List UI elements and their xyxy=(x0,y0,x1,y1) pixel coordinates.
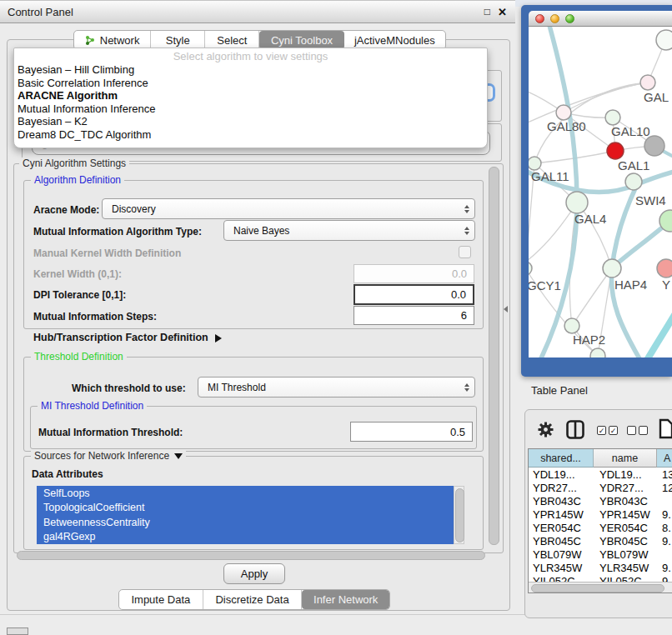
hide-columns-icon[interactable] xyxy=(627,426,648,435)
dpi-tolerance-value: 0.0 xyxy=(451,288,466,301)
mi-threshold-field[interactable]: 0.5 xyxy=(350,422,473,442)
tab-style[interactable]: Style xyxy=(151,31,205,49)
dpi-tolerance-field[interactable]: 0.0 xyxy=(354,284,474,305)
combo-stepper-icon xyxy=(464,383,469,392)
close-panel-icon[interactable]: ✕ xyxy=(498,6,507,18)
network-node[interactable] xyxy=(656,30,672,50)
sources-collapse-arrow-icon[interactable] xyxy=(174,453,183,459)
hub-definition-label: Hub/Transcription Factor Definition xyxy=(33,332,208,343)
algorithm-option[interactable]: Dream8 DC_TDC Algorithm xyxy=(14,128,487,142)
attribute-item[interactable]: BetweennessCentrality xyxy=(37,515,454,530)
attributes-scrollbar[interactable] xyxy=(455,488,464,542)
table-horizontal-scrollbar[interactable] xyxy=(531,584,664,592)
tab-network[interactable]: Network xyxy=(74,31,151,49)
node-label-y-cut: Y xyxy=(662,278,670,292)
zoom-window-icon[interactable] xyxy=(565,14,574,23)
apply-button[interactable]: Apply xyxy=(223,563,285,584)
table-row[interactable]: YBR045CYBR045C9. xyxy=(529,534,672,548)
gear-icon[interactable] xyxy=(537,421,554,438)
network-node-gcy1[interactable] xyxy=(529,262,532,275)
tab-infer-network[interactable]: Infer Network xyxy=(302,590,389,609)
minimize-window-icon[interactable] xyxy=(550,14,559,23)
algorithm-option[interactable]: Bayesian – Hill Climbing xyxy=(14,63,487,77)
settings-vertical-scrollbar[interactable] xyxy=(489,167,499,545)
column-header-name[interactable]: name xyxy=(594,449,657,468)
table-row[interactable]: YDR27...YDR27...12 xyxy=(529,481,672,494)
tab-jactivemnodules[interactable]: jActiveMNodules xyxy=(344,31,445,49)
bottom-left-partial-button[interactable] xyxy=(7,628,28,635)
algorithm-option[interactable]: Bayesian – K2 xyxy=(14,115,487,128)
network-node-hap2[interactable] xyxy=(564,318,579,333)
tab-infer-network-label: Infer Network xyxy=(313,593,378,606)
network-node-salmon[interactable] xyxy=(657,259,672,278)
control-panel-titlebar: Control Panel □ ✕ xyxy=(0,0,515,23)
algorithm-option-selected[interactable]: ARACNE Algorithm xyxy=(14,89,487,102)
tab-cyni-toolbox[interactable]: Cyni Toolbox xyxy=(259,31,344,49)
attribute-item[interactable]: gal4RGexp xyxy=(37,530,454,545)
manual-kernel-width-label: Manual Kernel Width Definition xyxy=(33,248,181,259)
show-columns-icon[interactable]: ✓ ✓ xyxy=(597,426,618,435)
kernel-width-field: 0.0 xyxy=(354,264,474,283)
table-row[interactable]: YBL079WYBL079W xyxy=(529,548,672,561)
apply-button-label: Apply xyxy=(241,568,268,580)
table-row[interactable]: YLR345WYLR345W9. xyxy=(529,561,672,574)
table-hscroll-track xyxy=(529,582,672,592)
network-node-gray[interactable] xyxy=(644,136,664,156)
table-row[interactable]: YER054CYER054C8. xyxy=(529,521,672,534)
combo-stepper-icon xyxy=(464,205,469,213)
node-label-swi4: SWI4 xyxy=(635,193,666,208)
attribute-item[interactable]: SelfLoops xyxy=(37,486,454,501)
node-table: shared... name A YDL19...YDL19...13 YDR2… xyxy=(528,448,672,593)
tab-discretize-data[interactable]: Discretize Data xyxy=(203,590,303,609)
mi-steps-label: Mutual Information Steps: xyxy=(33,311,157,322)
tab-network-label: Network xyxy=(100,34,140,47)
network-node-hap4[interactable] xyxy=(603,259,621,278)
attribute-item[interactable]: TopologicalCoefficient xyxy=(37,501,454,516)
network-node-gal80[interactable] xyxy=(556,105,571,120)
aracne-mode-combo[interactable]: Discovery xyxy=(102,198,475,219)
node-label-gal1: GAL1 xyxy=(618,158,649,172)
algorithm-option[interactable]: Mutual Information Inference xyxy=(14,102,487,116)
mi-algorithm-type-combo[interactable]: Naive Bayes xyxy=(223,220,475,241)
column-header-partial[interactable]: A xyxy=(657,449,672,468)
table-header-row: shared... name A xyxy=(529,449,672,468)
tab-discretize-data-label: Discretize Data xyxy=(215,593,288,606)
network-view[interactable]: GAL80 GAL10 GAL1 GAL11 SWI4 GAL4 GCY1 HA… xyxy=(529,27,672,358)
network-edge xyxy=(572,268,612,326)
attributes-scrollbar-track xyxy=(454,486,464,544)
panel-collapse-arrow-icon[interactable] xyxy=(504,306,508,312)
hub-definition-toggle[interactable]: Hub/Transcription Factor Definition xyxy=(33,332,222,343)
network-node-gal[interactable] xyxy=(640,75,655,90)
network-edge xyxy=(540,27,577,358)
table-row[interactable]: YDL19...YDL19...13 xyxy=(529,468,672,481)
manual-kernel-width-checkbox xyxy=(459,246,471,258)
mi-algorithm-type-value: Naive Bayes xyxy=(233,225,289,237)
export-table-icon[interactable] xyxy=(659,418,672,439)
column-header-shared-name[interactable]: shared... xyxy=(529,449,594,468)
node-label-hap4: HAP4 xyxy=(614,278,647,292)
table-row[interactable]: YPR145WYPR145W9. xyxy=(529,508,672,521)
node-label-hap2: HAP2 xyxy=(573,332,605,347)
close-window-icon[interactable] xyxy=(535,14,544,23)
settings-horizontal-scrollbar[interactable] xyxy=(17,551,485,560)
network-node-swi4[interactable] xyxy=(625,173,642,190)
float-window-icon[interactable]: □ xyxy=(484,6,490,18)
which-threshold-combo[interactable]: MI Threshold xyxy=(198,377,475,398)
algorithm-definition-legend: Algorithm Definition xyxy=(31,174,124,186)
cyni-algorithm-settings-legend: Cyni Algorithm Settings xyxy=(19,158,129,169)
network-node-gal1[interactable] xyxy=(607,142,624,159)
network-node-gal4[interactable] xyxy=(566,192,588,213)
tab-impute-data[interactable]: Impute Data xyxy=(119,590,203,609)
network-node-bottom[interactable] xyxy=(590,348,605,358)
tab-impute-data-label: Impute Data xyxy=(131,593,190,606)
algorithm-popup-hint: Select algorithm to view settings xyxy=(14,48,487,63)
table-row[interactable]: YBR043CYBR043C xyxy=(529,494,672,508)
column-layout-icon[interactable] xyxy=(566,420,584,439)
algorithm-option[interactable]: Basic Correlation Inference xyxy=(14,77,487,90)
network-node-gal11[interactable] xyxy=(529,157,541,170)
network-window-titlebar[interactable] xyxy=(529,11,672,27)
combo-stepper-icon xyxy=(464,227,469,235)
tab-select[interactable]: Select xyxy=(205,31,259,49)
mi-steps-field[interactable]: 6 xyxy=(354,306,474,325)
network-node-gal10[interactable] xyxy=(605,110,620,125)
